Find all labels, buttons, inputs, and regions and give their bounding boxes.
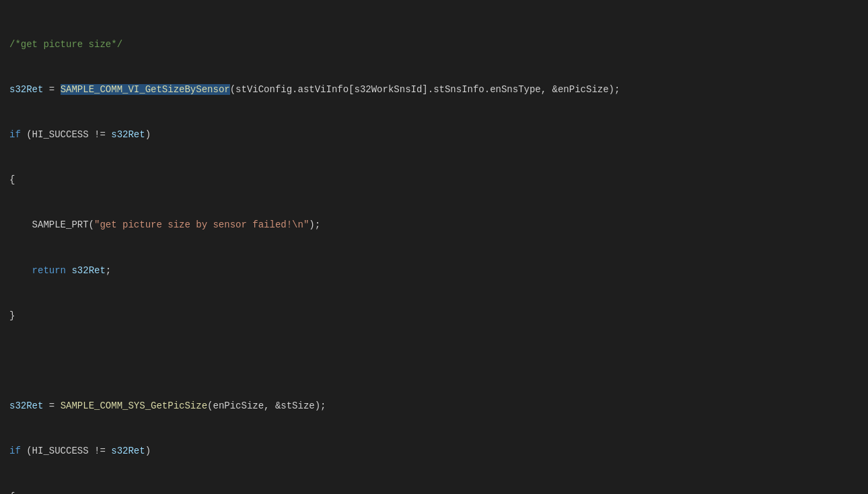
line-comment-get-pic: /*get picture size*/ (9, 37, 859, 52)
line-brace-open-1: { (9, 172, 859, 187)
line-s32ret-getpicsize: s32Ret = SAMPLE_COMM_SYS_GetPicSize(enPi… (9, 398, 859, 413)
line-s32ret-get-sensor: s32Ret = SAMPLE_COMM_VI_GetSizeBySensor(… (9, 82, 859, 97)
line-brace-close-1: } (9, 308, 859, 323)
line-return-1: return s32Ret; (9, 263, 859, 278)
code-block: /*get picture size*/ s32Ret = SAMPLE_COM… (0, 0, 868, 494)
line-blank-1 (9, 353, 859, 368)
line-sample-prt-sensor: SAMPLE_PRT("get picture size by sensor f… (9, 217, 859, 232)
line-brace-open-2: { (9, 489, 859, 495)
line-if-hi-success-1: if (HI_SUCCESS != s32Ret) (9, 127, 859, 142)
line-if-hi-success-2: if (HI_SUCCESS != s32Ret) (9, 444, 859, 458)
